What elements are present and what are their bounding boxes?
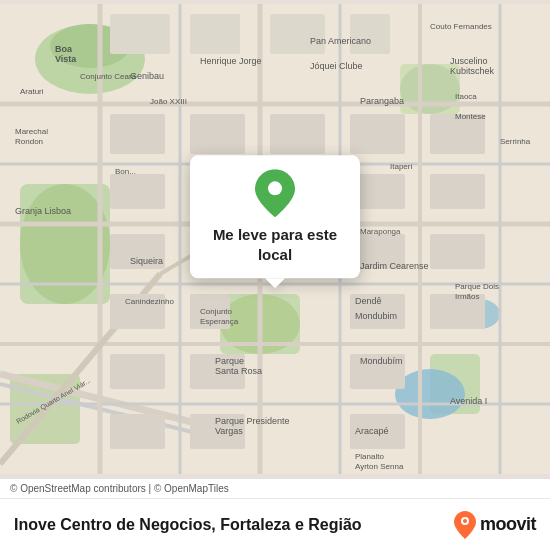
svg-text:Marechal: Marechal xyxy=(15,127,48,136)
svg-text:Vista: Vista xyxy=(55,54,77,64)
svg-rect-37 xyxy=(350,114,405,154)
svg-point-100 xyxy=(268,181,282,195)
svg-text:Maraponga: Maraponga xyxy=(360,227,401,236)
svg-rect-42 xyxy=(430,174,485,209)
svg-text:Aracapé: Aracapé xyxy=(355,426,389,436)
svg-text:Itaoca: Itaoca xyxy=(455,92,477,101)
svg-text:Araturi: Araturi xyxy=(20,87,44,96)
svg-rect-31 xyxy=(190,14,240,54)
svg-rect-35 xyxy=(190,114,245,154)
svg-text:Kubitschek: Kubitschek xyxy=(450,66,495,76)
attribution-bar: © OpenStreetMap contributors | © OpenMap… xyxy=(0,478,550,498)
moovit-brand-text: moovit xyxy=(480,514,536,535)
svg-rect-36 xyxy=(270,114,325,154)
svg-text:Avenida I: Avenida I xyxy=(450,396,487,406)
svg-text:Juscelino: Juscelino xyxy=(450,56,488,66)
svg-text:Vargas: Vargas xyxy=(215,426,243,436)
svg-text:Boa: Boa xyxy=(55,44,73,54)
moovit-logo: moovit xyxy=(454,511,536,539)
svg-rect-30 xyxy=(110,14,170,54)
svg-rect-39 xyxy=(110,174,165,209)
moovit-pin-icon xyxy=(454,511,476,539)
location-pin-icon xyxy=(255,169,295,217)
svg-text:Conjunto: Conjunto xyxy=(200,307,233,316)
app: Boa Vista Araturi Marechal Rondon Granja… xyxy=(0,0,550,550)
svg-rect-33 xyxy=(350,14,390,54)
svg-text:Parque Presidente: Parque Presidente xyxy=(215,416,290,426)
bottom-bar: Inove Centro de Negocios, Fortaleza e Re… xyxy=(0,498,550,550)
svg-text:Siqueira: Siqueira xyxy=(130,256,163,266)
svg-point-5 xyxy=(20,184,110,304)
svg-text:Ayrton Senna: Ayrton Senna xyxy=(355,462,404,471)
svg-text:Dendê: Dendê xyxy=(355,296,382,306)
svg-text:Serrinha: Serrinha xyxy=(500,137,531,146)
svg-text:Esperança: Esperança xyxy=(200,317,239,326)
svg-text:Jardim Cearense: Jardim Cearense xyxy=(360,261,429,271)
svg-text:Rondon: Rondon xyxy=(15,137,43,146)
svg-text:Parangaba: Parangaba xyxy=(360,96,404,106)
svg-rect-32 xyxy=(270,14,325,54)
svg-text:Planalto: Planalto xyxy=(355,452,384,461)
svg-text:Parque Dois: Parque Dois xyxy=(455,282,499,291)
svg-text:Santa Rosa: Santa Rosa xyxy=(215,366,262,376)
svg-point-12 xyxy=(395,369,465,419)
svg-text:Henrique Jorge: Henrique Jorge xyxy=(200,56,262,66)
map-container[interactable]: Boa Vista Araturi Marechal Rondon Granja… xyxy=(0,0,550,478)
svg-text:Mondubím: Mondubím xyxy=(360,356,403,366)
popup-label: Me leve para este local xyxy=(210,225,340,264)
svg-text:João XXIII: João XXIII xyxy=(150,97,187,106)
svg-text:Couto Fernandes: Couto Fernandes xyxy=(430,22,492,31)
attribution-text: © OpenStreetMap contributors | © OpenMap… xyxy=(10,483,229,494)
svg-point-102 xyxy=(463,519,467,523)
svg-text:Mondubim: Mondubim xyxy=(355,311,397,321)
svg-rect-54 xyxy=(110,414,165,449)
svg-text:Granja Lisboa: Granja Lisboa xyxy=(15,206,71,216)
svg-text:Pan Americano: Pan Americano xyxy=(310,36,371,46)
svg-text:Conjunto Ceará: Conjunto Ceará xyxy=(80,72,137,81)
svg-text:Bon...: Bon... xyxy=(115,167,136,176)
popup-card[interactable]: Me leve para este local xyxy=(190,155,360,278)
svg-text:Irmãos: Irmãos xyxy=(455,292,479,301)
svg-text:Canindezinho: Canindezinho xyxy=(125,297,174,306)
svg-text:Itaperi: Itaperi xyxy=(390,162,412,171)
svg-text:Jóquei Clube: Jóquei Clube xyxy=(310,61,363,71)
svg-rect-51 xyxy=(110,354,165,389)
location-name: Inove Centro de Negocios, Fortaleza e Re… xyxy=(14,516,454,534)
svg-rect-34 xyxy=(110,114,165,154)
svg-rect-46 xyxy=(430,234,485,269)
svg-text:Montese: Montese xyxy=(455,112,486,121)
svg-text:Parque: Parque xyxy=(215,356,244,366)
